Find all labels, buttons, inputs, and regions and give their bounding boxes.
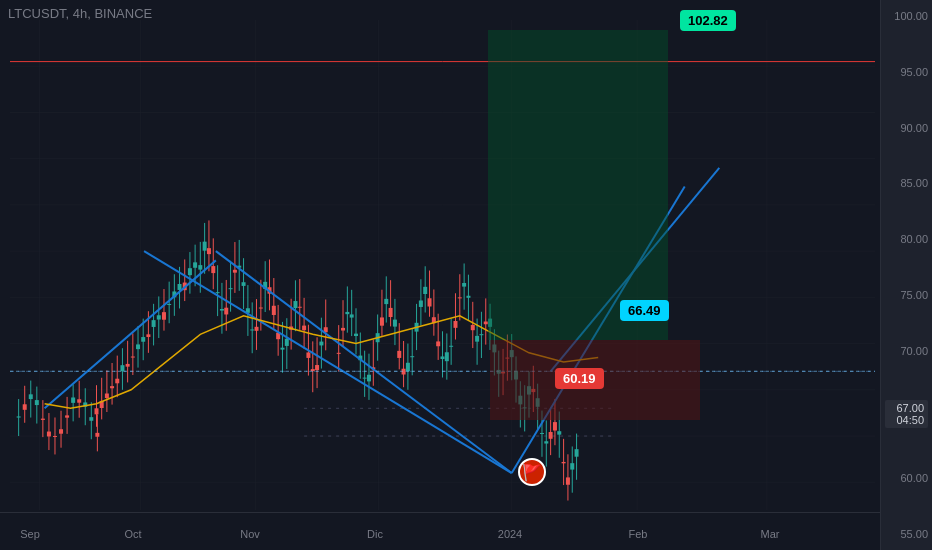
price-tag-66: 66.49 bbox=[620, 300, 669, 321]
chart-canvas bbox=[0, 0, 880, 550]
price-tag-60: 60.19 bbox=[555, 368, 604, 389]
price-100: 100.00 bbox=[885, 10, 928, 22]
flag-icon: 🚩 bbox=[518, 458, 546, 486]
price-90: 90.00 bbox=[885, 122, 928, 134]
current-price: 67.00 04:50 bbox=[885, 400, 928, 428]
price-85: 85.00 bbox=[885, 177, 928, 189]
price-axis: 100.00 95.00 90.00 85.00 80.00 75.00 70.… bbox=[880, 0, 932, 550]
price-75: 75.00 bbox=[885, 289, 928, 301]
x-axis bbox=[0, 512, 880, 550]
price-80: 80.00 bbox=[885, 233, 928, 245]
price-60: 60.00 bbox=[885, 472, 928, 484]
price-55: 55.00 bbox=[885, 528, 928, 540]
prediction-zone-green bbox=[488, 30, 668, 340]
price-95: 95.00 bbox=[885, 66, 928, 78]
price-70: 70.00 bbox=[885, 345, 928, 357]
price-tag-102: 102.82 bbox=[680, 10, 736, 31]
chart-header: LTCUSDT, 4h, BINANCE bbox=[8, 6, 152, 21]
